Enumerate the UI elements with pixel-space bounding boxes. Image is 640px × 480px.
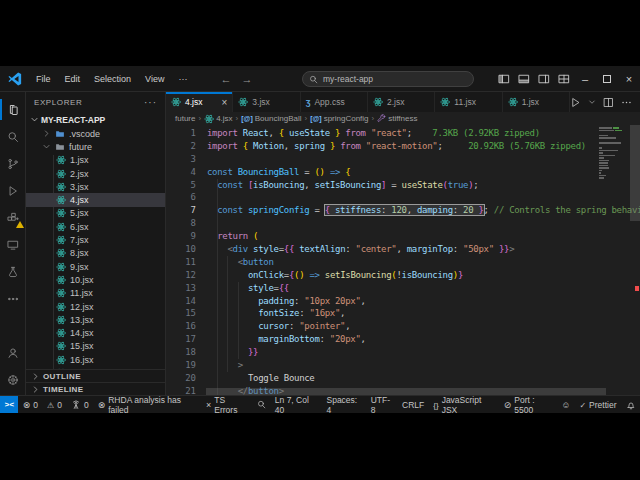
history-back-icon[interactable]: ← xyxy=(220,73,231,85)
tree-item-12.jsx[interactable]: 12.jsx xyxy=(26,300,165,313)
code-line-13: 13 style={{ xyxy=(166,282,640,295)
explorer-more-icon[interactable]: ··· xyxy=(144,97,157,108)
tab-1.jsx[interactable]: 1.jsx xyxy=(503,92,570,112)
status-javascript-jsx[interactable]: {}JavaScript JSX xyxy=(429,396,499,413)
timeline-label: TIMELINE xyxy=(43,385,84,394)
explorer-icon[interactable] xyxy=(0,96,26,123)
tree-item-17.jsx[interactable]: 17.jsx xyxy=(26,366,165,369)
tab-2.jsx[interactable]: 2.jsx xyxy=(368,92,435,112)
code-editor[interactable]: 1import React, { useState } from "react"… xyxy=(166,125,640,395)
close-tab-icon[interactable]: × xyxy=(221,97,227,108)
status-crlf[interactable]: CRLF xyxy=(398,396,429,413)
run-debug-icon[interactable] xyxy=(0,177,26,204)
command-center-search[interactable]: my-react-app xyxy=(302,71,474,87)
tree-item-8.jsx[interactable]: 8.jsx xyxy=(26,247,165,260)
minimap[interactable] xyxy=(599,127,629,179)
status-rhda-analysis-has-failed[interactable]: ⊗RHDA analysis has failed xyxy=(93,396,201,413)
source-control-icon[interactable] xyxy=(0,150,26,177)
status-0[interactable]: ⚠0 xyxy=(43,396,67,413)
magnify-icon xyxy=(257,400,266,409)
tree-item-4.jsx[interactable]: 4.jsx xyxy=(26,193,165,206)
status-magnify[interactable] xyxy=(252,396,270,413)
status-0[interactable]: ⊗0 xyxy=(18,396,42,413)
status-0[interactable]: 0 xyxy=(66,396,93,413)
tree-item-future[interactable]: future xyxy=(26,140,165,153)
layout-right-icon[interactable] xyxy=(534,66,554,92)
minimap-line xyxy=(599,157,629,159)
remote-explorer-icon[interactable] xyxy=(0,231,26,258)
breadcrumb-item-springConfig[interactable]: [@]springConfig xyxy=(310,114,368,123)
tree-item-14.jsx[interactable]: 14.jsx xyxy=(26,326,165,339)
status-spaces-4[interactable]: Spaces: 4 xyxy=(322,396,366,413)
editor-group: 4.jsx×3.jsxʒApp.css2.jsx11.jsx1.jsx futu… xyxy=(166,92,640,395)
tree-item-6.jsx[interactable]: 6.jsx xyxy=(26,220,165,233)
file-label: 9.jsx xyxy=(70,262,89,272)
status-prettier[interactable]: ✓Prettier xyxy=(575,396,621,413)
layout-custom-icon[interactable] xyxy=(554,66,574,92)
breadcrumb-item-4.jsx[interactable]: 4.jsx xyxy=(204,114,232,124)
tree-item-3.jsx[interactable]: 3.jsx xyxy=(26,180,165,193)
tree-item-11.jsx[interactable]: 11.jsx xyxy=(26,287,165,300)
line-number: 2 xyxy=(166,140,196,153)
tab-11.jsx[interactable]: 11.jsx xyxy=(435,92,502,112)
search-icon[interactable] xyxy=(0,123,26,150)
line-number: 7 xyxy=(166,204,196,217)
tree-item-10.jsx[interactable]: 10.jsx xyxy=(26,273,165,286)
status-bell[interactable] xyxy=(621,396,640,413)
more-icon[interactable] xyxy=(621,97,632,108)
symbol-variable-icon: [@] xyxy=(310,115,322,122)
settings-gear-icon[interactable] xyxy=(0,366,26,393)
layout-panel-icon[interactable] xyxy=(514,66,534,92)
status-port-5500[interactable]: ⊘Port : 5500 xyxy=(499,396,557,413)
project-root-row[interactable]: MY-REACT-APP xyxy=(26,112,165,127)
status-ln-7-col-40[interactable]: Ln 7, Col 40 xyxy=(270,396,322,413)
remote-indicator[interactable]: >< xyxy=(0,396,18,413)
extensions-icon[interactable] xyxy=(0,204,26,231)
breadcrumb[interactable]: future›4.jsx›[@]BouncingBall›[@]springCo… xyxy=(166,112,640,125)
menu-selection[interactable]: Selection xyxy=(87,70,138,88)
menu-edit[interactable]: Edit xyxy=(58,70,88,88)
run-icon[interactable] xyxy=(570,97,581,108)
tree-item-1.jsx[interactable]: 1.jsx xyxy=(26,154,165,167)
tree-item-2.jsx[interactable]: 2.jsx xyxy=(26,167,165,180)
file-label: 11.jsx xyxy=(70,288,93,298)
tree-item-5.jsx[interactable]: 5.jsx xyxy=(26,207,165,220)
minimize-button[interactable]: – xyxy=(574,66,596,92)
status-utf-8[interactable]: UTF-8 xyxy=(366,396,397,413)
tree-item-13.jsx[interactable]: 13.jsx xyxy=(26,313,165,326)
code-line-15: 15 fontSize: "16px", xyxy=(166,307,640,320)
menu-bar: FileEditSelectionView··· xyxy=(29,70,194,88)
tree-item-15.jsx[interactable]: 15.jsx xyxy=(26,340,165,353)
testing-icon[interactable] xyxy=(0,258,26,285)
breadcrumb-item-BouncingBall[interactable]: [@]BouncingBall xyxy=(241,114,301,123)
tree-item-.vscode[interactable]: .vscode xyxy=(26,127,165,140)
project-name: MY-REACT-APP xyxy=(41,115,105,125)
close-button[interactable]: × xyxy=(618,66,640,92)
tree-item-9.jsx[interactable]: 9.jsx xyxy=(26,260,165,273)
react-file-icon xyxy=(56,288,66,298)
tree-item-16.jsx[interactable]: 16.jsx xyxy=(26,353,165,366)
chevron-down-icon[interactable] xyxy=(588,98,596,106)
react-file-icon xyxy=(56,195,66,205)
tab-3.jsx[interactable]: 3.jsx xyxy=(233,92,300,112)
chevron-down-icon xyxy=(41,142,51,151)
more-icon[interactable] xyxy=(0,285,26,312)
maximize-button[interactable] xyxy=(596,66,618,92)
vertical-scrollbar[interactable] xyxy=(630,125,640,221)
history-forward-icon[interactable]: → xyxy=(241,73,252,85)
status-ts-errors[interactable]: ×TS Errors xyxy=(202,396,253,413)
outline-section[interactable]: OUTLINE xyxy=(26,369,165,382)
menu-file[interactable]: File xyxy=(29,70,58,88)
menu-[interactable]: ··· xyxy=(171,70,194,88)
menu-view[interactable]: View xyxy=(138,70,171,88)
breadcrumb-item-stiffness[interactable]: stiffness xyxy=(377,114,417,123)
timeline-section[interactable]: TIMELINE xyxy=(26,382,165,395)
breadcrumb-item-future[interactable]: future xyxy=(175,114,195,123)
account-icon[interactable] xyxy=(0,339,26,366)
tab-4.jsx[interactable]: 4.jsx× xyxy=(166,92,233,112)
tab-App.css[interactable]: ʒApp.css xyxy=(301,92,368,112)
status-feedback[interactable]: ☺ xyxy=(557,396,575,413)
layout-sidebar-icon[interactable] xyxy=(494,66,514,92)
tree-item-7.jsx[interactable]: 7.jsx xyxy=(26,233,165,246)
split-editor-icon[interactable] xyxy=(603,97,614,108)
